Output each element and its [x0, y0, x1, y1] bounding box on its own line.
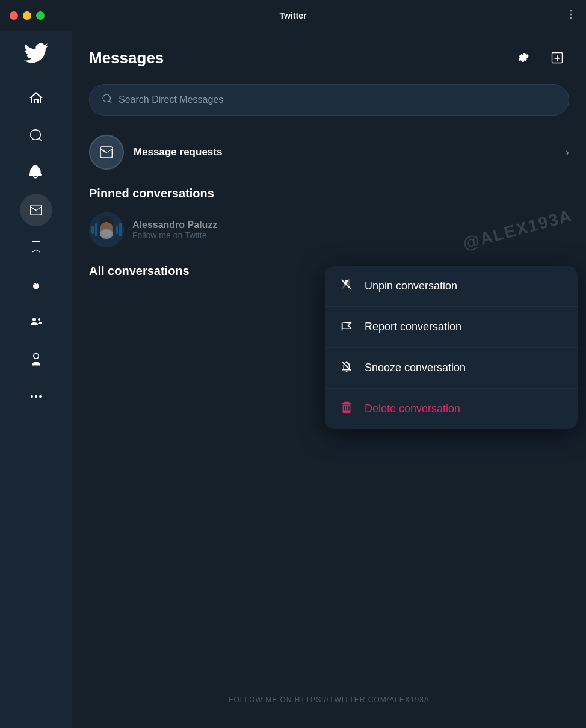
sidebar-item-more[interactable] — [20, 380, 52, 413]
sidebar-item-bookmarks[interactable] — [20, 231, 52, 264]
svg-point-7 — [39, 395, 42, 398]
svg-point-0 — [570, 10, 572, 11]
sidebar-item-profile[interactable] — [20, 343, 52, 375]
report-label: Report conversation — [365, 321, 461, 333]
sidebar-item-search[interactable] — [20, 119, 52, 152]
context-menu-unpin[interactable]: Unpin conversation — [325, 266, 578, 307]
context-menu-report[interactable]: Report conversation — [325, 307, 578, 348]
window-title: Twitter — [280, 11, 307, 20]
context-menu-overlay[interactable]: Unpin conversation Report conversation — [72, 31, 586, 728]
svg-point-3 — [32, 318, 36, 321]
context-menu-snooze[interactable]: Snooze conversation — [325, 348, 578, 389]
sidebar-item-communities[interactable] — [20, 306, 52, 338]
context-menu-delete[interactable]: Delete conversation — [325, 389, 578, 429]
sidebar-item-home[interactable] — [20, 82, 52, 114]
titlebar-more-button[interactable] — [566, 9, 576, 23]
report-icon — [339, 319, 354, 335]
delete-label: Delete conversation — [365, 403, 460, 415]
main-content: Messages — [72, 31, 586, 728]
svg-point-5 — [31, 395, 33, 398]
app-layout: Messages — [0, 31, 586, 728]
maximize-button[interactable] — [36, 11, 45, 20]
sidebar-item-messages[interactable] — [20, 194, 52, 226]
snooze-icon — [339, 360, 354, 376]
svg-point-6 — [35, 395, 37, 398]
context-menu: Unpin conversation Report conversation — [325, 266, 578, 429]
minimize-button[interactable] — [23, 11, 31, 20]
svg-point-4 — [38, 318, 40, 321]
sidebar — [0, 31, 72, 728]
unpin-icon — [339, 278, 354, 294]
snooze-label: Snooze conversation — [365, 362, 466, 374]
sidebar-nav — [0, 82, 72, 413]
delete-icon — [339, 401, 354, 417]
titlebar: Twitter — [0, 0, 586, 31]
unpin-label: Unpin conversation — [365, 280, 457, 292]
close-button[interactable] — [10, 11, 18, 20]
window-controls — [10, 11, 45, 20]
svg-point-2 — [570, 17, 572, 19]
svg-point-1 — [570, 13, 572, 15]
sidebar-item-notifications[interactable] — [20, 156, 52, 189]
sidebar-item-trending[interactable] — [20, 268, 52, 301]
twitter-logo[interactable] — [24, 41, 48, 67]
